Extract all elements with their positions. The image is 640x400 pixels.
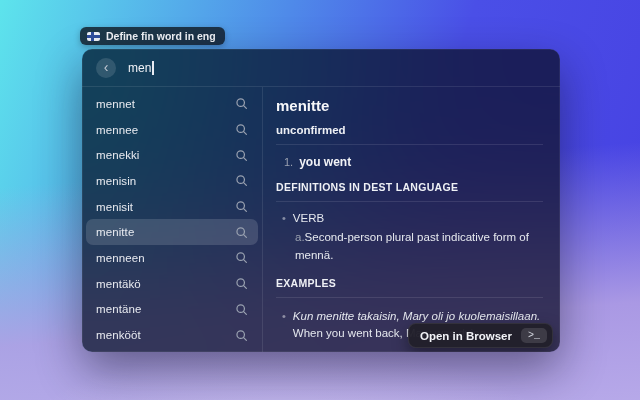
definition-item: •VERB a.Second-person plural past indica… (282, 212, 543, 265)
list-item[interactable]: mennet (86, 91, 258, 117)
definitions-header: DEFINITIONS IN DEST LANGUAGE (276, 181, 543, 193)
search-icon (235, 303, 248, 316)
detail-panel: menitte unconfirmed 1.you went DEFINITIO… (263, 87, 560, 352)
window-body: mennet mennee menekki menisin menisit me… (82, 87, 560, 352)
search-icon (235, 226, 248, 239)
list-item[interactable]: menkööt (86, 322, 258, 348)
command-tag-label: Define fin word in eng (106, 30, 216, 42)
translation-item: 1.you went (276, 155, 543, 169)
open-in-browser-tooltip[interactable]: Open in Browser >_ (408, 323, 553, 348)
search-input[interactable]: men (128, 61, 154, 75)
list-item-word: menneen (96, 252, 145, 264)
bullet-icon: • (282, 308, 286, 344)
example-finnish: Kun menitte takaisin, Mary oli jo kuolem… (293, 310, 540, 322)
divider (276, 201, 543, 202)
search-input-value: men (128, 61, 151, 75)
desktop-background: { "tag": { "label": "Define fin word in … (0, 0, 640, 400)
detail-title: menitte (276, 97, 543, 114)
part-of-speech: VERB (293, 212, 324, 224)
examples-header: EXAMPLES (276, 277, 543, 289)
results-list: mennet mennee menekki menisin menisit me… (82, 87, 263, 352)
translation-text: you went (299, 155, 351, 169)
search-icon (235, 174, 248, 187)
list-item-word: mentäne (96, 303, 141, 315)
chevron-left-icon: ‹ (104, 60, 109, 74)
list-item[interactable]: menitte (86, 219, 258, 245)
search-icon (235, 123, 248, 136)
tooltip-label: Open in Browser (420, 330, 512, 342)
example-item: • Muistatko, kun menitte baptistikirkkoo… (282, 350, 543, 352)
status-label: unconfirmed (276, 124, 543, 136)
definition-text: Second-person plural past indicative for… (295, 231, 529, 261)
bullet-icon: • (282, 212, 286, 224)
list-item-word: menkööt (96, 329, 141, 341)
search-icon (235, 277, 248, 290)
search-bar: ‹ men (82, 49, 560, 87)
list-item-word: menitte (96, 226, 134, 238)
list-item-word: menekki (96, 149, 140, 161)
search-icon (235, 200, 248, 213)
back-button[interactable]: ‹ (96, 58, 116, 78)
list-item-word: mennet (96, 98, 135, 110)
list-item[interactable]: menneen (86, 245, 258, 271)
translation-number: 1. (284, 156, 293, 168)
launcher-window: ‹ men mennet mennee menekki menisin (82, 49, 560, 352)
divider (276, 297, 543, 298)
search-icon (235, 251, 248, 264)
list-item[interactable]: mennee (86, 117, 258, 143)
list-item[interactable]: menisit (86, 194, 258, 220)
text-caret (152, 61, 154, 75)
finnish-flag-icon (87, 32, 100, 41)
list-item[interactable]: menekki (86, 142, 258, 168)
list-item-word: mennee (96, 124, 138, 136)
command-tag[interactable]: Define fin word in eng (80, 27, 225, 45)
list-item[interactable]: menisin (86, 168, 258, 194)
enter-key-icon: >_ (521, 328, 547, 343)
list-item[interactable]: mentäne (86, 297, 258, 323)
list-item[interactable]: mentäkö (86, 271, 258, 297)
search-icon (235, 329, 248, 342)
search-icon (235, 97, 248, 110)
bullet-icon: • (282, 350, 286, 352)
list-item-word: menisin (96, 175, 136, 187)
list-item-word: menisit (96, 201, 133, 213)
divider (276, 144, 543, 145)
definition-letter: a. (295, 231, 305, 243)
search-icon (235, 149, 248, 162)
list-item-word: mentäkö (96, 278, 141, 290)
